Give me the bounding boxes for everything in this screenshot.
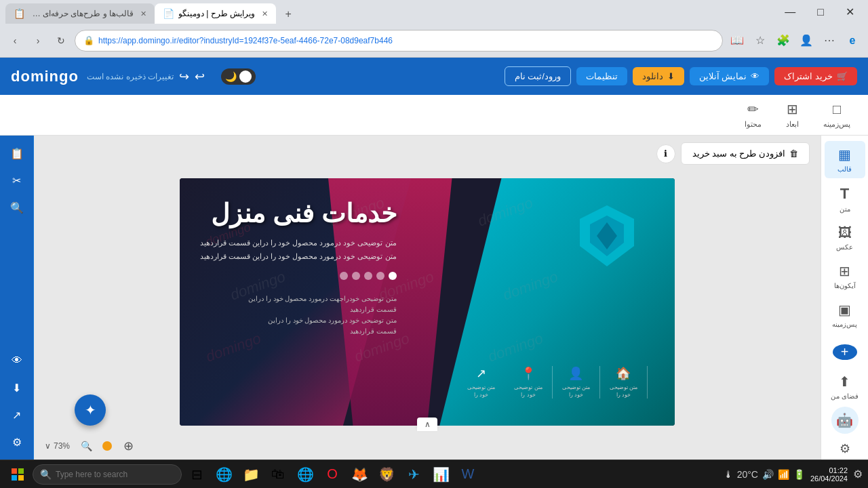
back-button[interactable]: ‹ — [5, 31, 24, 50]
add-element-button[interactable]: + — [833, 344, 857, 360]
design-canvas[interactable]: domingo domingo domingo domingo domingo … — [180, 178, 675, 426]
help-button[interactable]: ⚙ — [833, 436, 857, 460]
bottom-icon-location: 📍 متن توضیحیخود را — [505, 366, 552, 399]
settings-button[interactable]: تنظیمات — [576, 67, 627, 85]
info-button[interactable]: ℹ — [656, 144, 675, 163]
dot-2 — [376, 272, 384, 280]
taskbar-app-excel[interactable]: 📊 — [429, 462, 453, 487]
tool-background[interactable]: □ پس‌زمینه — [816, 98, 857, 133]
theme-toggle[interactable]: 🌙 — [221, 68, 256, 85]
theme-circle — [239, 70, 252, 83]
edge-icon[interactable]: e — [842, 30, 863, 51]
content-icon: ✏ — [747, 101, 759, 117]
left-icon-search[interactable]: 🔍 — [5, 195, 29, 220]
taskbar-search[interactable]: 🔍 — [33, 464, 182, 485]
right-tool-photo[interactable]: 🖼 عکس — [825, 220, 865, 256]
canvas-dots — [200, 272, 397, 280]
right-tool-background[interactable]: ▣ پس‌زمینه — [825, 296, 865, 333]
taskbar-app-opera[interactable]: O — [320, 462, 344, 487]
taskbar-app-explorer[interactable]: 📁 — [239, 462, 263, 487]
tool-content[interactable]: ✏ محتوا — [738, 97, 768, 133]
tab-editor-close[interactable]: ✕ — [262, 9, 268, 18]
extensions-icon[interactable]: 🧩 — [773, 30, 793, 51]
new-tab-button[interactable]: + — [279, 5, 298, 24]
time-display: 01:22 — [810, 466, 848, 474]
zoom-in-button[interactable]: ⊕ — [120, 438, 136, 454]
icons-label: آیکون‌ها — [834, 282, 856, 289]
taskbar-app-telegram[interactable]: ✈ — [401, 462, 426, 487]
refresh-button[interactable]: ↻ — [52, 31, 71, 50]
profile-icon[interactable]: 👤 — [796, 30, 816, 51]
redo-button[interactable]: ↪ — [179, 69, 189, 84]
reader-icon[interactable]: 📖 — [727, 30, 747, 51]
left-icon-settings2[interactable]: ⚙ — [5, 430, 29, 454]
bottom-icon-share: ↗ متن توضیحیخود را — [458, 366, 505, 399]
tool-dimensions[interactable]: ⊞ ابعاد — [779, 97, 806, 133]
share-button[interactable]: 🛒 خرید اشتراک — [774, 67, 857, 85]
toolbar: □ پس‌زمینه ⊞ ابعاد ✏ محتوا — [0, 95, 868, 136]
start-button[interactable] — [5, 462, 30, 487]
minimize-button[interactable]: — — [776, 3, 804, 21]
taskbar-apps: ⊟ 🌐 📁 🛍 🌐 O 🦊 🦁 ✈ 📊 W — [184, 462, 480, 487]
url-text: https://app.domingo.ir/editor?industryId… — [98, 36, 714, 45]
photo-icon: 🖼 — [838, 225, 852, 241]
ai-assist-button[interactable]: 🤖 — [831, 407, 859, 434]
left-icon-paste[interactable]: 📋 — [5, 141, 29, 165]
taskbar-app-store[interactable]: 🛍 — [266, 462, 290, 487]
tab-templates-close[interactable]: ✕ — [140, 9, 146, 18]
app-header: ورود/ثبت نام تنظیمات ⬇ دانلود 👁 نمایش آن… — [0, 58, 868, 95]
left-sidebar: 📋 ✂ 🔍 👁 ⬇ ↗ ⚙ — [0, 136, 34, 460]
add-to-cart-button[interactable]: 🗑 افزودن طرح به سبد خرید — [681, 142, 810, 165]
photo-label: عکس — [836, 243, 853, 251]
maximize-button[interactable]: □ — [809, 3, 832, 21]
chevron-down-icon: ∨ — [45, 441, 51, 451]
taskbar-search-input[interactable] — [56, 470, 174, 479]
preview-button[interactable]: 👁 نمایش آنلاین — [690, 67, 770, 85]
svg-rect-5 — [18, 475, 24, 481]
right-tool-icons[interactable]: ⊞ آیکون‌ها — [825, 258, 865, 295]
left-icon-download2[interactable]: ⬇ — [5, 375, 29, 400]
taskbar-settings-icon[interactable]: ⚙ — [853, 468, 863, 481]
download-button[interactable]: ⬇ دانلود — [633, 67, 684, 85]
dot-3 — [364, 272, 372, 280]
left-icon-eye[interactable]: 👁 — [5, 348, 29, 373]
tab-editor[interactable]: 📄 ویرایش طرح | دومینگو ✕ — [155, 3, 276, 24]
taskbar-app-brave[interactable]: 🦁 — [374, 462, 399, 487]
cart-icon: 🛒 — [837, 71, 848, 81]
canvas-logo — [580, 205, 634, 269]
content-label: محتوا — [745, 120, 762, 129]
canvas-area: ℹ 🗑 افزودن طرح به سبد خرید dom — [34, 136, 821, 460]
taskbar-app-taskview[interactable]: ⊟ — [184, 462, 209, 487]
right-tool-template[interactable]: ▦ قالب — [825, 141, 865, 178]
close-button[interactable]: ✕ — [837, 3, 863, 21]
taskbar-app-chrome[interactable]: 🌐 — [293, 462, 317, 487]
auth-button[interactable]: ورود/ثبت نام — [505, 66, 571, 86]
left-icon-clip[interactable]: ✂ — [5, 168, 29, 192]
bg-label: پس‌زمینه — [832, 321, 857, 328]
taskbar-app-firefox[interactable]: 🦊 — [347, 462, 372, 487]
taskbar-tray: 🌡 20°C 🔊 📶 🔋 — [724, 469, 805, 480]
forward-button[interactable]: › — [28, 31, 47, 50]
taskbar-right: 🌡 20°C 🔊 📶 🔋 01:22 26/04/2024 ⚙ — [724, 466, 863, 483]
canvas-bottom-icons: ↗ متن توضیحیخود را 📍 متن توضیحیخود را 👤 … — [458, 366, 648, 399]
right-tool-text[interactable]: T متن — [825, 180, 865, 218]
url-bar[interactable]: 🔒 https://app.domingo.ir/editor?industry… — [75, 30, 723, 52]
zoom-out-button[interactable]: 🔍 — [78, 438, 94, 454]
taskbar-app-edge[interactable]: 🌐 — [212, 462, 236, 487]
taskbar-app-word[interactable]: W — [456, 462, 480, 487]
myspace-icon: ⬆ — [839, 373, 850, 390]
taskbar-search-icon: 🔍 — [40, 469, 52, 480]
fab-button[interactable]: ✦ — [75, 394, 106, 426]
more-icon[interactable]: ⋯ — [819, 30, 840, 51]
undo-button[interactable]: ↩ — [195, 69, 205, 84]
tab-templates[interactable]: 📋 قالب‌ها و طرح‌های حرفه‌ای و رایگان ✕ — [5, 3, 155, 24]
left-icon-share2[interactable]: ↗ — [5, 403, 29, 427]
address-actions: 📖 ☆ 🧩 👤 ⋯ e — [727, 30, 863, 51]
scroll-up-button[interactable]: ∧ — [417, 418, 437, 431]
tab-templates-label: قالب‌ها و طرح‌های حرفه‌ای و رایگان — [29, 9, 134, 18]
tab-editor-icon: 📄 — [163, 8, 174, 19]
right-tool-myspace[interactable]: ⬆ فضای من — [825, 368, 865, 405]
favorites-icon[interactable]: ☆ — [750, 30, 770, 51]
right-sidebar: ▦ قالب T متن 🖼 عکس ⊞ آیکون‌ها ▣ پس‌زم — [821, 136, 868, 460]
tray-icon-network: 📶 — [778, 469, 789, 480]
